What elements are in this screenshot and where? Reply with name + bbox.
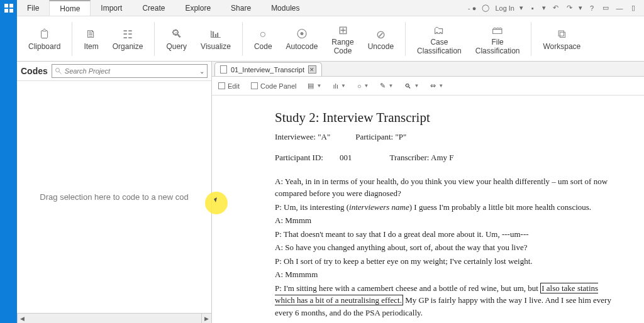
pen-icon: ✎ xyxy=(380,82,386,90)
codes-title: Codes xyxy=(21,66,48,76)
ribbon-clipboard[interactable]: 📋︎Clipboard xyxy=(22,25,67,52)
tab-label: 01_Interview_Transcript xyxy=(231,66,304,74)
transcript-line: A: Mmmmm xyxy=(275,320,619,323)
ribbon-autocode[interactable]: ⦿Autocode xyxy=(280,25,325,52)
ribbon-query[interactable]: 🔍︎Query xyxy=(160,25,193,52)
document-tabs: 01_Interview_Transcript ✕ xyxy=(212,62,644,77)
pid-value: 001 xyxy=(340,153,352,162)
window-control-icon[interactable]: ▭ xyxy=(601,4,610,13)
cursor-highlight-icon xyxy=(205,192,228,214)
ribbon-item[interactable]: 🗎Item xyxy=(77,25,104,52)
ribbon-fileclassification[interactable]: 🗃︎File Classification xyxy=(469,21,526,56)
stripes-dropdown[interactable]: ılı▼ xyxy=(333,82,345,90)
participant-label: Participant: "P" xyxy=(355,131,406,143)
search-icon xyxy=(55,67,62,75)
search-field[interactable] xyxy=(65,67,204,75)
minimize-icon[interactable]: — xyxy=(615,4,624,13)
ribbon: 📋︎Clipboard 🗎Item ☷Organize 🔍︎Query 📊︎Vi… xyxy=(17,16,644,62)
ribbon-organize[interactable]: ☷Organize xyxy=(106,25,150,52)
uncode-icon: ⊘ xyxy=(376,26,386,43)
highlight-dropdown[interactable]: ○▼ xyxy=(357,82,369,90)
menu-create[interactable]: Create xyxy=(132,0,175,16)
app-logo-icon xyxy=(4,4,13,13)
query-icon: 🔍︎ xyxy=(171,26,182,43)
transcript-line: P: I'm sitting here with a camembert che… xyxy=(275,282,619,319)
menu-share[interactable]: Share xyxy=(221,0,261,16)
codes-panel: Codes ⌄ Drag selection here to code to a… xyxy=(17,62,212,323)
codes-dropzone[interactable]: Drag selection here to code to a new cod xyxy=(17,81,211,313)
autocode-icon: ⦿ xyxy=(296,26,308,43)
codes-hscroll[interactable]: ◀ ▶ xyxy=(17,313,211,323)
menu-bar: File Home Import Create Explore Share Mo… xyxy=(17,0,644,16)
pid-label: Participant ID: xyxy=(275,153,323,162)
tab-close-icon[interactable]: ✕ xyxy=(308,65,316,74)
transcript-line: A: Mmmm xyxy=(275,214,619,227)
svg-line-1 xyxy=(59,72,62,74)
ribbon-caseclassification[interactable]: 🗂︎Case Classification xyxy=(411,21,468,56)
fileclass-icon: 🗃︎ xyxy=(492,22,503,38)
help-icon[interactable]: ? xyxy=(587,4,596,13)
search-project-input[interactable]: ⌄ xyxy=(52,64,208,78)
login-button[interactable]: Log In xyxy=(495,4,514,12)
document-toolbar: Edit Code Panel ▤▼ ılı▼ ○▼ ✎▼ 🔍︎▼ ⇔▼ xyxy=(212,77,644,96)
doc-title: Study 2: Interview Transcript xyxy=(275,108,619,128)
link-dropdown[interactable]: ⇔▼ xyxy=(430,82,443,90)
scroll-left-icon[interactable]: ◀ xyxy=(17,314,27,323)
dropzone-hint: Drag selection here to code to a new cod xyxy=(40,192,188,202)
app-sidebar xyxy=(0,0,17,323)
stripes-icon: ılı xyxy=(333,82,338,90)
item-icon: 🗎 xyxy=(86,26,97,43)
ribbon-rangecode[interactable]: ⊞Range Code xyxy=(325,21,360,56)
interviewee-label: Interviewee: "A" xyxy=(275,131,330,143)
transcript-line: A: So have you changed anything about, s… xyxy=(275,241,619,254)
organize-icon: ☷ xyxy=(123,26,133,43)
scroll-right-icon[interactable]: ▶ xyxy=(201,314,211,323)
user-icon: ◯ xyxy=(481,4,490,13)
annotation-dropdown[interactable]: ✎▼ xyxy=(380,82,393,90)
document-icon xyxy=(220,65,227,74)
tab-interview-transcript[interactable]: 01_Interview_Transcript ✕ xyxy=(214,62,322,76)
zoom-dropdown[interactable]: 🔍︎▼ xyxy=(404,82,419,90)
visualize-icon: 📊︎ xyxy=(210,26,221,43)
ribbon-code[interactable]: ○Code xyxy=(248,25,279,52)
menu-modules[interactable]: Modules xyxy=(261,0,309,16)
link-icon: ⇔ xyxy=(430,82,436,90)
menu-explore[interactable]: Explore xyxy=(175,0,221,16)
chevron-down-icon[interactable]: ⌄ xyxy=(199,68,204,75)
transcriber-label: Transcriber: Amy F xyxy=(389,151,453,164)
clipboard-icon: 📋︎ xyxy=(39,26,50,43)
transcript-line: P: Oh I sort of try to keep a better eye… xyxy=(275,255,619,268)
edit-toggle[interactable]: Edit xyxy=(218,82,240,90)
document-body[interactable]: Study 2: Interview Transcript Interviewe… xyxy=(212,96,644,323)
codepanel-toggle[interactable]: Code Panel xyxy=(251,82,297,90)
rangecode-icon: ⊞ xyxy=(338,22,348,38)
circle-icon: ○ xyxy=(357,82,362,90)
save-icon[interactable]: ▪ xyxy=(528,4,537,13)
ribbon-visualize[interactable]: 📊︎Visualize xyxy=(194,25,237,52)
close-window-icon[interactable]: ▯ xyxy=(629,4,638,13)
zoom-icon: 🔍︎ xyxy=(404,82,411,90)
undo-icon[interactable]: ↶ xyxy=(551,4,560,13)
document-panel: 01_Interview_Transcript ✕ Edit Code Pane… xyxy=(212,62,644,323)
caseclass-icon: 🗂︎ xyxy=(433,22,445,38)
transcript-line: A: Yeah, in in in terms of your health, … xyxy=(275,175,619,200)
svg-point-0 xyxy=(55,68,59,72)
workspace-icon: ⧉ xyxy=(558,26,566,43)
layout-dropdown[interactable]: ▤▼ xyxy=(308,82,321,90)
menu-home[interactable]: Home xyxy=(49,0,91,16)
transcript-line: A: Mmmmm xyxy=(275,268,619,281)
ribbon-uncode[interactable]: ⊘Uncode xyxy=(362,25,400,52)
menu-file[interactable]: File xyxy=(17,0,49,16)
menu-import[interactable]: Import xyxy=(91,0,132,16)
ribbon-workspace[interactable]: ⧉Workspace xyxy=(536,25,587,52)
menubar-right: - ● ◯ Log In ▾ ▪ ▾ ↶ ↷ ▾ ? ▭ — ▯ xyxy=(468,0,644,16)
transcript-line: P: Um, its interesting (interviewers nam… xyxy=(275,201,619,214)
sync-status-icon: - ● xyxy=(468,4,476,12)
code-icon: ○ xyxy=(260,26,267,43)
redo-icon[interactable]: ↷ xyxy=(565,4,574,13)
layout-icon: ▤ xyxy=(308,82,314,90)
transcript-line: P: That doesn't meant to say that I do a… xyxy=(275,228,619,241)
